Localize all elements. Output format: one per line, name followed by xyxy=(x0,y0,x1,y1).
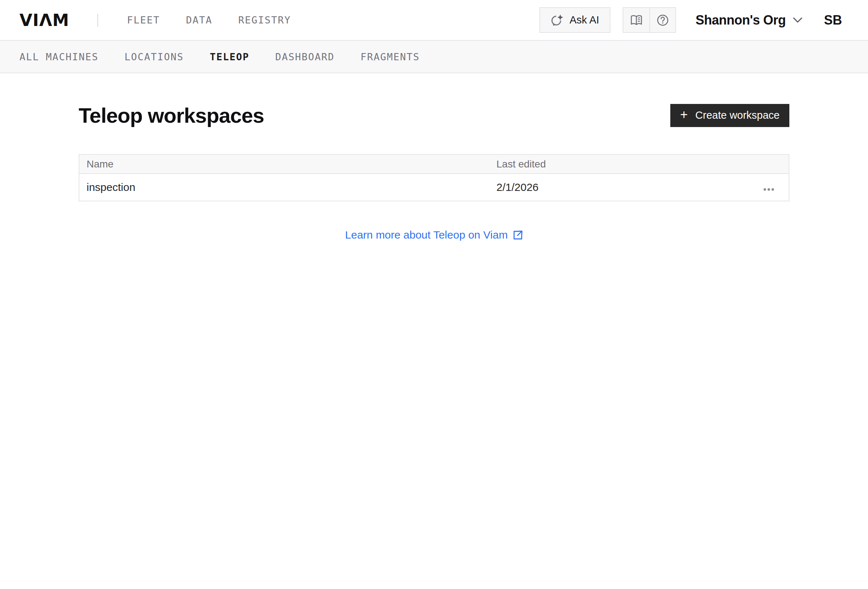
tab-locations[interactable]: LOCATIONS xyxy=(124,51,184,62)
sparkle-refresh-icon xyxy=(551,14,564,27)
column-header-actions xyxy=(746,154,789,173)
nav-fleet[interactable]: FLEET xyxy=(127,15,160,26)
help-button[interactable] xyxy=(650,8,675,32)
nav-registry[interactable]: REGISTRY xyxy=(238,15,291,26)
secondary-nav: ALL MACHINES LOCATIONS TELEOP DASHBOARD … xyxy=(0,41,868,73)
table-row[interactable]: inspection 2/1/2026 xyxy=(79,173,789,201)
page-title: Teleop workspaces xyxy=(79,103,264,127)
workspace-actions-cell xyxy=(746,173,789,201)
learn-more-wrap: Learn more about Teleop on Viam xyxy=(79,229,789,241)
tab-fragments[interactable]: FRAGMENTS xyxy=(360,51,419,62)
nav-data[interactable]: DATA xyxy=(186,15,212,26)
tab-teleop[interactable]: TELEOP xyxy=(210,51,249,62)
primary-nav: FLEET DATA REGISTRY xyxy=(127,15,291,26)
docs-button[interactable] xyxy=(623,8,650,32)
ask-ai-button[interactable]: Ask AI xyxy=(539,7,610,33)
plus-icon: + xyxy=(680,108,688,121)
page-head: Teleop workspaces + Create workspace xyxy=(79,103,789,127)
learn-more-link[interactable]: Learn more about Teleop on Viam xyxy=(345,229,523,241)
column-header-name: Name xyxy=(79,154,489,173)
tab-all-machines[interactable]: ALL MACHINES xyxy=(19,51,99,62)
org-switcher[interactable]: Shannon's Org xyxy=(695,13,802,28)
avatar[interactable]: SB xyxy=(824,13,842,28)
create-workspace-label: Create workspace xyxy=(695,110,779,121)
top-header: VIΛM FLEET DATA REGISTRY Ask AI xyxy=(0,0,868,41)
main-content: Teleop workspaces + Create workspace Nam… xyxy=(79,103,789,241)
viam-logo[interactable]: VIΛM xyxy=(19,10,69,30)
row-more-options-button[interactable] xyxy=(762,186,776,193)
workspace-last-edited-cell: 2/1/2026 xyxy=(489,173,746,201)
learn-more-label: Learn more about Teleop on Viam xyxy=(345,229,508,241)
open-book-icon xyxy=(630,15,642,26)
ask-ai-label: Ask AI xyxy=(570,14,599,26)
question-circle-icon xyxy=(657,14,669,26)
org-name: Shannon's Org xyxy=(695,13,786,28)
external-link-icon xyxy=(513,230,523,240)
header-divider xyxy=(97,14,98,27)
column-header-last-edited: Last edited xyxy=(489,154,746,173)
workspaces-table: Name Last edited inspection 2/1/2026 xyxy=(79,154,789,201)
workspace-name-cell[interactable]: inspection xyxy=(79,173,489,201)
create-workspace-button[interactable]: + Create workspace xyxy=(670,104,789,127)
tab-dashboard[interactable]: DASHBOARD xyxy=(275,51,334,62)
chevron-down-icon xyxy=(793,17,802,23)
help-control-group xyxy=(623,7,676,33)
more-options-icon xyxy=(763,188,774,191)
table-header-row: Name Last edited xyxy=(79,154,789,173)
